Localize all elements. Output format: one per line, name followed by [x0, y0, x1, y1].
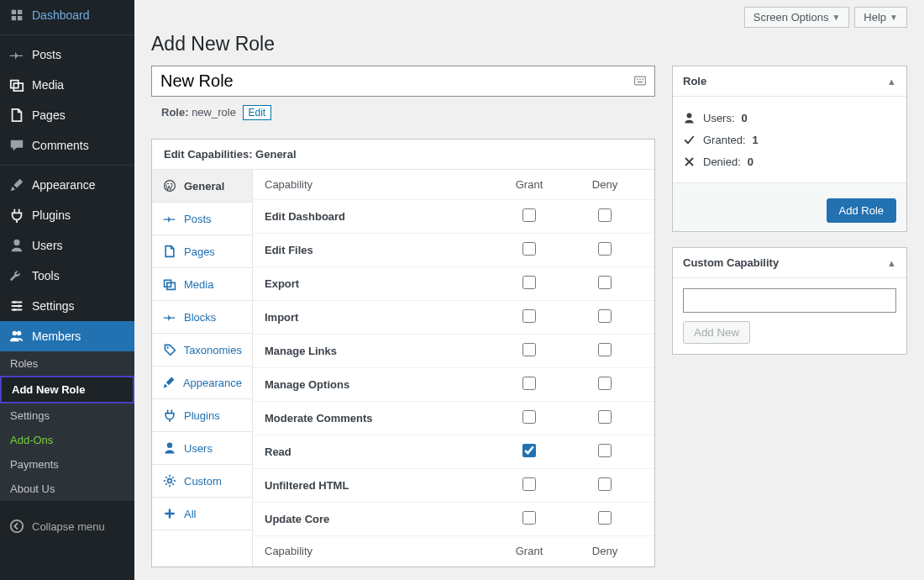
edit-slug-button[interactable]: Edit [243, 105, 272, 120]
sidebar-item-pages[interactable]: Pages [0, 100, 134, 130]
sidebar-item-label: Posts [32, 48, 61, 61]
wrench-icon [8, 267, 25, 284]
sidebar-item-comments[interactable]: Comments [0, 130, 134, 161]
cap-row: Export [253, 267, 654, 301]
sidebar-item-media[interactable]: Media [0, 70, 134, 100]
sidebar-item-label: Dashboard [32, 8, 90, 22]
cap-name: Update Core [265, 513, 491, 525]
wp-icon [162, 178, 177, 193]
grant-checkbox[interactable] [522, 208, 536, 222]
sidebar-item-settings[interactable]: Settings [0, 291, 134, 321]
user-icon [8, 237, 25, 254]
grant-checkbox[interactable] [522, 511, 536, 525]
keyboard-icon [633, 74, 647, 87]
cap-tab-plugins[interactable]: Plugins [152, 399, 252, 432]
add-new-capability-button[interactable]: Add New [683, 321, 750, 344]
page-title: Add New Role [151, 31, 907, 66]
sidebar-item-posts[interactable]: Posts [0, 40, 134, 70]
plug-icon [8, 207, 25, 224]
deny-checkbox[interactable] [598, 343, 612, 356]
help-button[interactable]: Help ▼ [854, 7, 907, 28]
deny-checkbox[interactable] [598, 276, 612, 289]
cap-row: Read [253, 435, 654, 469]
sidebar-item-label: Media [32, 78, 64, 92]
sidebar-item-label: Settings [32, 299, 75, 313]
role-metabox-toggle[interactable]: Role▲ [673, 66, 906, 97]
add-role-button[interactable]: Add Role [827, 198, 896, 223]
sidebar-sub-roles[interactable]: Roles [0, 351, 134, 376]
sidebar-item-label: Appearance [32, 178, 96, 192]
cap-name: Import [265, 311, 491, 324]
cap-tab-pages[interactable]: Pages [152, 235, 252, 268]
cap-table-foot: CapabilityGrantDeny [253, 536, 654, 567]
sidebar-item-plugins[interactable]: Plugins [0, 200, 134, 230]
page-icon [8, 107, 25, 124]
deny-checkbox[interactable] [598, 444, 612, 457]
cap-name: Export [265, 277, 491, 290]
deny-checkbox[interactable] [598, 477, 612, 491]
sidebar-item-users[interactable]: Users [0, 230, 134, 261]
custom-capability-metabox: Custom Capability▲ Add New [672, 247, 907, 355]
capabilities-box: Edit Capabilities: General GeneralPostsP… [151, 139, 655, 567]
deny-checkbox[interactable] [598, 377, 612, 390]
cap-tab-label: General [184, 180, 224, 192]
sidebar-sub-settings[interactable]: Settings [0, 403, 134, 428]
grant-checkbox[interactable] [522, 444, 536, 457]
collapse-icon [8, 518, 25, 535]
collapse-menu[interactable]: Collapse menu [0, 511, 134, 541]
sidebar-sub-payments[interactable]: Payments [0, 452, 134, 477]
cap-tab-label: Plugins [184, 409, 220, 422]
cap-tab-custom[interactable]: Custom [152, 465, 252, 498]
user-icon [162, 440, 177, 456]
grant-checkbox[interactable] [522, 276, 536, 289]
cap-row: Update Core [253, 503, 654, 536]
pin-icon [8, 46, 25, 63]
cap-name: Edit Files [265, 244, 491, 256]
grant-checkbox[interactable] [522, 309, 536, 323]
svg-rect-6 [639, 79, 641, 81]
cap-tab-label: Pages [184, 245, 215, 258]
grant-checkbox[interactable] [522, 477, 536, 491]
cap-tab-all[interactable]: All [152, 498, 252, 530]
sidebar-item-tools[interactable]: Tools [0, 261, 134, 291]
cap-row: Edit Dashboard [253, 200, 654, 234]
deny-checkbox[interactable] [598, 410, 612, 424]
deny-checkbox[interactable] [598, 208, 612, 222]
cap-tab-posts[interactable]: Posts [152, 203, 252, 235]
sidebar-sub-about-us[interactable]: About Us [0, 477, 134, 501]
deny-checkbox[interactable] [598, 511, 612, 525]
cap-tab-appearance[interactable]: Appearance [152, 366, 252, 399]
cap-tab-blocks[interactable]: Blocks [152, 301, 252, 334]
sidebar-item-label: Users [32, 239, 63, 252]
brush-icon [8, 177, 25, 193]
grant-checkbox[interactable] [522, 410, 536, 424]
role-name-input[interactable] [151, 66, 655, 97]
cap-tab-general[interactable]: General [152, 170, 252, 203]
pin-icon [162, 309, 177, 324]
cap-tab-users[interactable]: Users [152, 432, 252, 465]
svg-point-2 [13, 308, 17, 312]
svg-point-11 [168, 479, 172, 483]
collapse-label: Collapse menu [32, 520, 105, 533]
grant-checkbox[interactable] [522, 242, 536, 256]
screen-options-button[interactable]: Screen Options ▼ [744, 7, 850, 28]
deny-checkbox[interactable] [598, 242, 612, 256]
cap-tab-label: Users [184, 442, 213, 455]
grant-checkbox[interactable] [522, 343, 536, 356]
admin-sidebar: DashboardPostsMediaPagesCommentsAppearan… [0, 0, 134, 580]
deny-checkbox[interactable] [598, 309, 612, 323]
cap-tab-taxonomies[interactable]: Taxonomies [152, 334, 252, 366]
cap-name: Moderate Comments [265, 412, 491, 424]
comment-icon [8, 137, 25, 154]
brush-icon [162, 375, 176, 390]
cap-tab-media[interactable]: Media [152, 268, 252, 301]
cap-row: Manage Links [253, 335, 654, 368]
sidebar-item-dashboard[interactable]: Dashboard [0, 0, 134, 30]
custom-capability-input[interactable] [683, 288, 896, 313]
sidebar-item-members[interactable]: Members [0, 321, 134, 351]
sidebar-item-appearance[interactable]: Appearance [0, 170, 134, 200]
grant-checkbox[interactable] [522, 377, 536, 390]
custom-capability-toggle[interactable]: Custom Capability▲ [673, 248, 906, 278]
sidebar-sub-add-new-role[interactable]: Add New Role [0, 376, 134, 403]
sidebar-sub-add-ons[interactable]: Add-Ons [0, 428, 134, 452]
